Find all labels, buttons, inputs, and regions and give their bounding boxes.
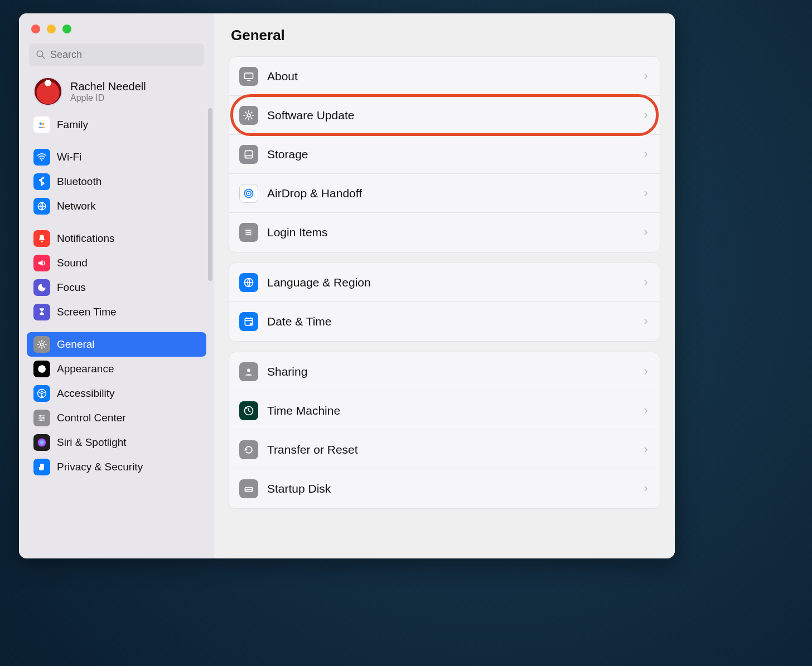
svg-point-32 bbox=[246, 490, 248, 492]
bell-icon bbox=[33, 230, 50, 247]
svg-rect-15 bbox=[245, 73, 253, 79]
svg-point-28 bbox=[250, 323, 253, 325]
globe-icon bbox=[239, 273, 258, 292]
sidebar-scrollbar[interactable] bbox=[208, 108, 212, 281]
sidebar-item-sound[interactable]: Sound bbox=[27, 251, 206, 275]
sidebar-item-appearance[interactable]: Appearance bbox=[27, 357, 206, 381]
svg-line-1 bbox=[42, 56, 45, 59]
settings-row-time-machine[interactable]: Time Machine bbox=[229, 391, 660, 430]
sidebar-item-label: Family bbox=[57, 119, 88, 131]
settings-row-label: Sharing bbox=[267, 365, 307, 378]
sidebar-item-bluetooth[interactable]: Bluetooth bbox=[27, 169, 206, 194]
sidebar-list: Family Wi-Fi Bluetooth Network Notificat… bbox=[19, 110, 214, 558]
sidebar-item-siri-spotlight[interactable]: Siri & Spotlight bbox=[27, 430, 206, 455]
svg-point-29 bbox=[247, 368, 250, 372]
sidebar-item-label: Wi-Fi bbox=[57, 151, 81, 163]
settings-row-login-items[interactable]: Login Items bbox=[229, 213, 660, 252]
maximize-button[interactable] bbox=[62, 25, 71, 33]
avatar bbox=[33, 77, 62, 106]
chevron-right-icon bbox=[642, 229, 650, 236]
settings-row-date-time[interactable]: Date & Time bbox=[229, 302, 660, 341]
calendar-icon bbox=[239, 312, 258, 331]
sidebar-item-focus[interactable]: Focus bbox=[27, 275, 206, 300]
settings-group: Language & Region Date & Time bbox=[229, 262, 660, 342]
svg-point-3 bbox=[42, 123, 44, 125]
sidebar-item-control-center[interactable]: Control Center bbox=[27, 406, 206, 430]
svg-point-4 bbox=[41, 159, 42, 161]
sidebar-item-label: Accessibility bbox=[57, 387, 114, 400]
sidebar-item-label: Privacy & Security bbox=[57, 461, 143, 473]
settings-row-about[interactable]: About bbox=[229, 57, 660, 96]
settings-row-label: About bbox=[267, 70, 298, 83]
sidebar-item-notifications[interactable]: Notifications bbox=[27, 226, 206, 251]
chevron-right-icon bbox=[642, 72, 650, 80]
sidebar-item-label: Notifications bbox=[57, 232, 115, 245]
settings-row-airdrop-handoff[interactable]: AirDrop & Handoff bbox=[229, 174, 660, 213]
moon-icon bbox=[33, 279, 50, 296]
search-field[interactable] bbox=[29, 43, 204, 66]
sidebar-item-privacy-security[interactable]: Privacy & Security bbox=[27, 455, 206, 479]
sidebar-item-wi-fi[interactable]: Wi-Fi bbox=[27, 145, 206, 169]
settings-row-label: Language & Region bbox=[267, 276, 371, 289]
chevron-right-icon bbox=[642, 150, 650, 158]
chevron-right-icon bbox=[642, 189, 650, 197]
display-icon bbox=[239, 67, 258, 86]
network-icon bbox=[33, 198, 50, 215]
content-pane: General About Software Update Storage Ai… bbox=[214, 13, 675, 558]
sound-icon bbox=[33, 255, 50, 271]
svg-point-2 bbox=[40, 123, 42, 125]
siri-icon bbox=[33, 434, 50, 451]
settings-row-label: Transfer or Reset bbox=[267, 443, 358, 456]
drive-icon bbox=[239, 479, 258, 498]
search-input[interactable] bbox=[50, 49, 197, 61]
sidebar-item-label: Sound bbox=[57, 257, 88, 269]
settings-row-label: Software Update bbox=[267, 109, 354, 122]
settings-row-storage[interactable]: Storage bbox=[229, 135, 660, 174]
person-icon bbox=[239, 362, 258, 381]
chevron-right-icon bbox=[642, 407, 650, 415]
window-controls bbox=[19, 23, 214, 43]
hand-icon bbox=[33, 459, 50, 475]
settings-row-startup-disk[interactable]: Startup Disk bbox=[229, 469, 660, 508]
settings-group: About Software Update Storage AirDrop & … bbox=[229, 56, 660, 252]
svg-point-14 bbox=[38, 439, 46, 447]
gear-icon bbox=[33, 336, 50, 353]
close-button[interactable] bbox=[31, 25, 40, 33]
sidebar-item-accessibility[interactable]: Accessibility bbox=[27, 381, 206, 406]
sidebar-item-label: Bluetooth bbox=[57, 176, 102, 188]
sidebar-item-family[interactable]: Family bbox=[27, 113, 206, 137]
page-title: General bbox=[231, 27, 660, 44]
chevron-right-icon bbox=[642, 446, 650, 454]
settings-group: Sharing Time Machine Transfer or Reset S… bbox=[229, 352, 660, 509]
sidebar-item-appleid[interactable]: Rachel Needell Apple ID bbox=[19, 71, 214, 110]
sidebar-item-network[interactable]: Network bbox=[27, 194, 206, 218]
sidebar-item-label: Screen Time bbox=[57, 306, 117, 318]
search-icon bbox=[36, 50, 46, 60]
svg-point-12 bbox=[43, 417, 45, 419]
settings-row-software-update[interactable]: Software Update bbox=[229, 96, 660, 135]
svg-point-21 bbox=[248, 192, 250, 194]
settings-row-sharing[interactable]: Sharing bbox=[229, 352, 660, 391]
settings-row-label: AirDrop & Handoff bbox=[267, 187, 362, 200]
settings-row-label: Storage bbox=[267, 148, 308, 161]
settings-row-label: Startup Disk bbox=[267, 482, 331, 495]
settings-row-label: Login Items bbox=[267, 226, 328, 239]
bluetooth-icon bbox=[33, 173, 50, 190]
disk-icon bbox=[239, 145, 258, 164]
settings-row-transfer-or-reset[interactable]: Transfer or Reset bbox=[229, 430, 660, 469]
svg-point-10 bbox=[41, 391, 43, 392]
sidebar-item-label: Appearance bbox=[57, 363, 114, 375]
sidebar-item-label: Control Center bbox=[57, 412, 126, 424]
chevron-right-icon bbox=[642, 318, 650, 325]
svg-point-13 bbox=[40, 419, 42, 421]
sidebar-item-label: Siri & Spotlight bbox=[57, 436, 127, 449]
airdrop-icon bbox=[239, 184, 258, 203]
settings-row-language-region[interactable]: Language & Region bbox=[229, 263, 660, 302]
user-name-label: Rachel Needell bbox=[70, 80, 146, 93]
minimize-button[interactable] bbox=[47, 25, 56, 33]
svg-point-7 bbox=[40, 343, 43, 346]
sidebar-item-general[interactable]: General bbox=[27, 332, 206, 357]
sidebar-item-screen-time[interactable]: Screen Time bbox=[27, 300, 206, 324]
sidebar: Rachel Needell Apple ID Family Wi-Fi Blu… bbox=[19, 13, 214, 558]
chevron-right-icon bbox=[642, 279, 650, 286]
